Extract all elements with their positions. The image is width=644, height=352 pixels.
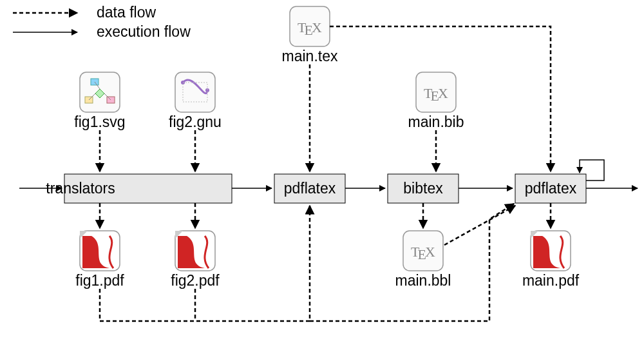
file-main-bib-label: main.bib <box>408 113 464 130</box>
file-fig1-svg-label: fig1.svg <box>74 113 125 130</box>
svg-text:TEX: TEX <box>298 19 322 38</box>
file-fig2-pdf-label: fig2.pdf <box>171 272 220 289</box>
data-mainbbl-pdflatex2 <box>444 206 515 245</box>
file-main-bib: TEX main.bib <box>408 72 464 130</box>
file-fig1-pdf-label: fig1.pdf <box>75 272 124 289</box>
process-bibtex: bibtex <box>388 174 459 203</box>
file-main-pdf: main.pdf <box>522 231 580 289</box>
file-main-tex: TEX main.tex <box>282 6 338 64</box>
file-fig1-svg: fig1.svg <box>74 72 125 130</box>
legend-data-flow-label: data flow <box>97 4 156 21</box>
file-fig2-gnu: fig2.gnu <box>169 72 222 130</box>
file-main-bbl-label: main.bbl <box>395 272 451 289</box>
file-main-bbl: TEX main.bbl <box>395 231 451 289</box>
process-pdflatex1-label: pdflatex <box>284 180 336 197</box>
compilation-diagram: data flow execution flow TEX main.tex fi… <box>0 0 644 352</box>
process-pdflatex2: pdflatex <box>515 174 586 203</box>
svg-text:TEX: TEX <box>424 85 448 104</box>
process-bibtex-label: bibtex <box>403 180 443 197</box>
svg-rect-12 <box>175 72 215 112</box>
svg-text:TEX: TEX <box>411 244 435 262</box>
process-pdflatex2-label: pdflatex <box>525 180 577 197</box>
legend-execution-flow-label: execution flow <box>97 23 191 40</box>
file-fig2-pdf: fig2.pdf <box>171 231 220 289</box>
file-fig1-pdf: fig1.pdf <box>75 231 124 289</box>
process-translators: translators <box>46 174 232 203</box>
file-main-pdf-label: main.pdf <box>522 272 580 289</box>
process-pdflatex1: pdflatex <box>274 174 345 203</box>
file-fig2-gnu-label: fig2.gnu <box>169 113 222 130</box>
file-main-tex-label: main.tex <box>282 48 338 64</box>
legend: data flow execution flow <box>13 4 191 40</box>
